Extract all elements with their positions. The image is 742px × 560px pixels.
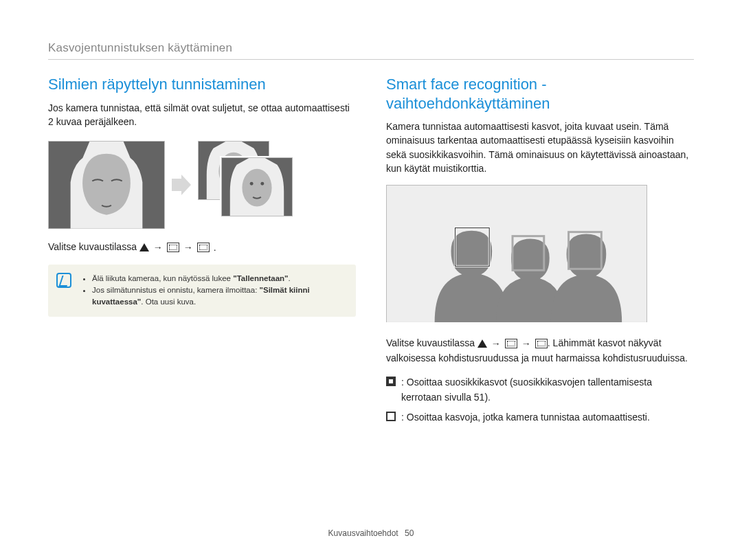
blink-diagram — [48, 138, 356, 240]
blink-detect-icon — [197, 243, 210, 252]
smartface-diagram — [386, 185, 647, 322]
blink-diagram-source — [48, 141, 165, 229]
favorite-face-box-icon — [386, 377, 396, 386]
right-intro: Kamera tunnistaa automaattisesti kasvot,… — [386, 120, 694, 175]
left-instruction-prefix: Valitse kuvaustilassa — [48, 241, 139, 252]
two-column-layout: Silmien räpyttelyn tunnistaminen Jos kam… — [48, 75, 694, 431]
left-instruction-icons: → → . — [139, 240, 216, 255]
menu-up-icon — [139, 243, 149, 251]
result-frame-front — [221, 157, 293, 216]
menu-up-icon — [477, 339, 487, 348]
note-text: Älä liikuta kameraa, kun näytössä lukee — [92, 274, 233, 282]
left-instruction: Valitse kuvaustilassa → → . — [48, 240, 356, 255]
left-heading: Silmien räpyttelyn tunnistaminen — [48, 75, 356, 94]
note-text: . Ota uusi kuva. — [141, 298, 196, 306]
left-column: Silmien räpyttelyn tunnistaminen Jos kam… — [48, 75, 356, 431]
svg-point-6 — [250, 182, 254, 186]
right-instruction-prefix: Valitse kuvaustilassa — [386, 337, 477, 348]
note-item: Älä liikuta kameraa, kun näytössä lukee … — [92, 273, 346, 284]
smart-face-icon — [535, 339, 548, 348]
blink-diagram-result-stack — [198, 141, 301, 229]
left-intro: Jos kamera tunnistaa, että silmät ovat s… — [48, 101, 356, 129]
right-instruction: Valitse kuvaustilassa → → . Lähimmät kas… — [386, 336, 694, 366]
svg-marker-14 — [477, 339, 487, 348]
face-detect-off-icon — [167, 243, 179, 252]
arrow-icon — [172, 175, 191, 195]
arrow-right-icon: → — [491, 337, 501, 351]
face-detect-off-icon — [505, 339, 517, 348]
note-text: Jos silmätunnistus ei onnistu, kamera il… — [92, 286, 260, 294]
note-item: Jos silmätunnistus ei onnistu, kamera il… — [92, 284, 346, 309]
note-box: Älä liikuta kameraa, kun näytössä lukee … — [48, 265, 356, 317]
list-item: : Osoittaa suosikkikasvot (suosikkikasvo… — [386, 375, 694, 405]
svg-marker-8 — [139, 243, 149, 251]
note-bold: "Tallennetaan" — [233, 274, 288, 282]
right-heading: Smart face recognition -vaihtoehdonkäytt… — [386, 75, 694, 113]
list-item: : Osoittaa kasvoja, jotka kamera tunnist… — [386, 410, 694, 425]
footer-section: Kuvausvaihtoehdot — [328, 528, 398, 538]
list-text: : Osoittaa kasvoja, jotka kamera tunnist… — [401, 410, 650, 425]
arrow-right-icon: → — [183, 240, 193, 255]
list-text: : Osoittaa suosikkikasvot (suosikkikasvo… — [401, 375, 694, 405]
right-instruction-icons: → → — [477, 337, 548, 351]
page-footer: Kuvausvaihtoehdot 50 — [0, 528, 742, 538]
arrow-right-icon: → — [521, 337, 531, 351]
svg-marker-1 — [172, 175, 191, 195]
footer-page-number: 50 — [405, 528, 414, 538]
face-indicator-list: : Osoittaa suosikkikasvot (suosikkikasvo… — [386, 375, 694, 425]
svg-point-7 — [260, 182, 264, 186]
arrow-right-icon: → — [153, 240, 163, 255]
chapter-title: Kasvojentunnistuksen käyttäminen — [48, 41, 694, 60]
right-column: Smart face recognition -vaihtoehdonkäytt… — [386, 75, 694, 431]
auto-face-box-icon — [386, 412, 396, 421]
note-text: . — [289, 274, 291, 282]
note-icon — [56, 273, 71, 288]
svg-point-5 — [242, 169, 271, 207]
manual-page: Kasvojentunnistuksen käyttäminen Silmien… — [0, 0, 742, 560]
